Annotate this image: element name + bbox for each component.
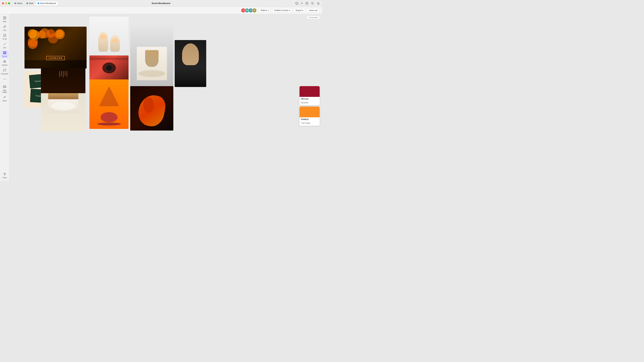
close-button[interactable] xyxy=(2,2,4,4)
svg-point-13 xyxy=(3,79,4,79)
tab-home[interactable]: Home xyxy=(13,1,24,5)
dance-image[interactable] xyxy=(130,86,173,131)
draw-icon xyxy=(3,96,6,99)
svg-rect-5 xyxy=(4,34,6,36)
sidebar-item-column[interactable]: Column xyxy=(1,59,9,67)
svg-rect-8 xyxy=(3,53,4,54)
publish-share-button[interactable]: Publish & share ▾ xyxy=(272,8,292,12)
traffic-lights xyxy=(2,2,10,4)
column-icon xyxy=(3,60,6,64)
tab-event-moodboard[interactable]: Event Moodboard xyxy=(36,1,58,5)
todo-label: To-do xyxy=(2,38,7,40)
note-label: Note xyxy=(3,21,6,22)
todo-icon xyxy=(3,34,6,37)
home-dot xyxy=(14,2,16,4)
restaurant-sign: JARMANN xyxy=(46,56,65,60)
device-icon[interactable] xyxy=(295,2,298,5)
export-label: Export xyxy=(296,9,302,11)
work-dot xyxy=(26,2,28,4)
hat-image[interactable] xyxy=(90,79,128,129)
page-title: Event Moodboard xyxy=(152,2,170,4)
tamarillo-hex: #9C112C xyxy=(300,97,320,102)
zoom-out-button[interactable]: Zoom out xyxy=(307,8,319,12)
link-icon xyxy=(3,25,6,29)
line-label: Line xyxy=(3,47,6,49)
tree-poppy-hex: #FA8E23 xyxy=(300,117,320,122)
add-image-icon xyxy=(3,85,6,89)
sidebar-item-line[interactable]: Line xyxy=(1,41,9,50)
help-icon[interactable]: ? xyxy=(305,2,308,5)
svg-text:?: ? xyxy=(306,2,308,4)
notification-count: 21 xyxy=(301,2,303,4)
editors-chevron: ▾ xyxy=(268,9,269,11)
sidebar-item-todo[interactable]: To-do xyxy=(1,33,9,41)
sidebar-item-comment[interactable]: Comment xyxy=(1,68,9,76)
svg-rect-6 xyxy=(3,51,4,53)
trash-icon xyxy=(3,173,6,176)
search-icon[interactable] xyxy=(311,2,314,5)
tamarillo-swatch[interactable] xyxy=(300,86,320,97)
sidebar: Note Link To-do xyxy=(0,14,10,181)
title-bar-right: 21 ? xyxy=(295,2,320,5)
maximize-button[interactable] xyxy=(8,2,10,4)
export-chevron: ▾ xyxy=(302,9,303,11)
sidebar-item-trash[interactable]: Trash xyxy=(1,172,9,180)
sidebar-item-board[interactable]: Board xyxy=(1,50,9,58)
draw-label: Draw xyxy=(3,100,6,102)
more-icon xyxy=(3,77,6,80)
comment-label: Comment xyxy=(1,73,8,75)
publish-chevron: ▾ xyxy=(289,9,290,11)
avatar-4: D xyxy=(252,8,257,13)
notification-bell-icon[interactable] xyxy=(317,2,320,5)
restaurant-image[interactable]: JARMANN xyxy=(24,27,86,69)
line-icon xyxy=(3,43,6,46)
vintage-car-image[interactable] xyxy=(90,55,128,80)
sidebar-item-link[interactable]: Link xyxy=(1,24,9,32)
column-label: Column xyxy=(2,64,8,66)
svg-rect-11 xyxy=(3,61,6,62)
svg-rect-12 xyxy=(3,62,6,62)
tree-poppy-label: Tree Poppy xyxy=(300,122,320,126)
title-bar: Home Work Event Moodboard Event Moodboar… xyxy=(0,0,322,7)
comment-icon xyxy=(3,69,6,72)
export-button[interactable]: Export ▾ xyxy=(294,8,305,12)
svg-rect-0 xyxy=(296,2,298,4)
work-tab-label: Work xyxy=(29,2,34,4)
event-dot xyxy=(38,2,39,4)
trash-label: Trash xyxy=(2,177,7,179)
tab-work[interactable]: Work xyxy=(25,1,35,5)
editors-label: Editors xyxy=(260,9,267,11)
sidebar-item-more[interactable] xyxy=(1,76,9,81)
minimize-button[interactable] xyxy=(5,2,7,4)
editors-button[interactable]: Editors ▾ xyxy=(259,8,270,12)
tamarillo-label: Tamarillo xyxy=(300,102,320,105)
publish-label: Publish & share xyxy=(274,9,288,11)
svg-rect-10 xyxy=(3,60,6,61)
canvas[interactable]: 0 Unsorted JARMANN xyxy=(10,14,322,181)
note-icon xyxy=(3,16,6,20)
color-swatches-panel: #9C112C Tamarillo #FA8E23 Tree Poppy xyxy=(300,86,320,126)
tree-poppy-swatch[interactable] xyxy=(300,107,320,117)
board-icon xyxy=(3,51,6,55)
zoom-label: Zoom out xyxy=(309,9,318,11)
cake-image[interactable] xyxy=(41,68,86,131)
sidebar-item-note[interactable]: Note xyxy=(1,15,9,23)
woman-image[interactable] xyxy=(175,40,206,87)
main-layout: Note Link To-do xyxy=(0,14,322,181)
unsorted-badge: 0 Unsorted xyxy=(307,16,320,19)
link-label: Link xyxy=(3,29,6,31)
add-image-label: Add image xyxy=(1,89,8,93)
svg-rect-7 xyxy=(5,51,6,53)
svg-point-15 xyxy=(6,79,6,79)
toolbar: A B C D Editors ▾ Publish & share ▾ Expo… xyxy=(0,7,322,14)
food-drink-image[interactable] xyxy=(130,23,173,87)
sidebar-item-add-image[interactable]: Add image xyxy=(1,84,9,94)
home-tab-label: Home xyxy=(17,2,22,4)
board-label: Board xyxy=(2,55,7,57)
nav-tabs: Home Work Event Moodboard xyxy=(13,1,58,5)
sidebar-item-draw[interactable]: Draw xyxy=(1,95,9,103)
moodboard: JARMANN xyxy=(10,14,322,181)
cocktails-image[interactable] xyxy=(90,16,128,53)
event-tab-label: Event Moodboard xyxy=(40,2,56,4)
avatar-group: A B C D xyxy=(241,8,257,13)
